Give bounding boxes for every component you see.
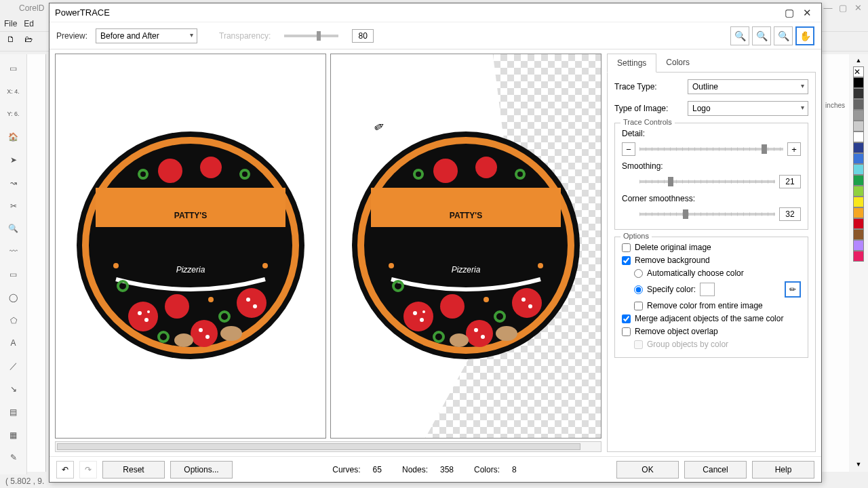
swatch-black[interactable] (853, 77, 864, 88)
specify-color-radio[interactable]: Specify color: (634, 285, 696, 294)
swatch-orange[interactable] (853, 207, 864, 218)
detail-plus-button[interactable]: + (787, 142, 801, 156)
pick-tool-icon[interactable]: ▭ (6, 61, 21, 76)
svg-point-5 (128, 302, 158, 331)
svg-point-7 (144, 318, 149, 322)
new-doc-icon[interactable]: 🗋 (7, 35, 20, 48)
transparency-slider[interactable] (284, 35, 338, 37)
pan-hand-icon[interactable]: ✋ (795, 26, 814, 45)
corner-slider[interactable] (639, 213, 775, 216)
menu-edit[interactable]: Ed (24, 19, 34, 28)
preview-mode-combo[interactable]: Before and After (96, 28, 197, 43)
svg-text:PATTY'S: PATTY'S (174, 211, 207, 220)
swatch-dkgray[interactable] (853, 88, 864, 99)
eyedropper-tool-icon[interactable]: ✎ (6, 451, 21, 466)
effects-tool-icon[interactable]: ▤ (6, 405, 21, 420)
app-maximize-icon[interactable]: ▢ (837, 1, 849, 14)
svg-point-37 (466, 320, 493, 347)
reset-button[interactable]: Reset (102, 461, 165, 479)
zoom-fit-icon[interactable]: 🔍 (774, 26, 793, 45)
powertrace-dialog: PowerTRACE ▢ ✕ Preview: Before and After… (49, 3, 822, 483)
palette-up-icon[interactable]: ▲ (856, 57, 862, 64)
preview-after-pane[interactable]: ✏ PATTY'S Pizzeria (330, 54, 601, 439)
settings-panel: Settings Colors Trace Type: Outline Type… (607, 54, 816, 452)
swatch-pink[interactable] (853, 251, 864, 262)
auto-color-radio[interactable]: Automatically choose color (634, 268, 801, 278)
connector-tool-icon[interactable]: ↘ (6, 382, 21, 396)
svg-text:PATTY'S: PATTY'S (450, 211, 482, 220)
swatch-brown[interactable] (853, 229, 864, 240)
smoothing-value[interactable]: 21 (779, 175, 801, 188)
preview-scrollbar[interactable] (55, 441, 601, 452)
merge-adjacent-checkbox[interactable]: Merge adjacent objects of the same color (622, 314, 801, 323)
swatch-blue[interactable] (853, 153, 864, 164)
cancel-button[interactable]: Cancel (684, 461, 747, 479)
undo-button[interactable]: ↶ (56, 461, 74, 479)
ellipse-tool-icon[interactable]: ◯ (6, 290, 21, 305)
zoom-out-icon[interactable]: 🔍 (752, 26, 771, 45)
palette-down-icon[interactable]: ▼ (856, 461, 862, 468)
swatch-none[interactable]: ✕ (853, 66, 864, 77)
swatch-ltgray2[interactable] (853, 121, 864, 131)
dialog-toolbar: Preview: Before and After Transparency: … (50, 22, 821, 49)
dialog-maximize-icon[interactable]: ▢ (781, 5, 798, 20)
swatch-gray[interactable] (853, 99, 864, 110)
rectangle-tool-icon[interactable]: ▭ (6, 267, 21, 282)
open-doc-icon[interactable]: 🗁 (24, 35, 38, 48)
zoom-in-icon[interactable]: 🔍 (730, 26, 749, 45)
help-button[interactable]: Help (752, 461, 814, 479)
logo-after: PATTY'S Pizzeria (351, 130, 581, 363)
remove-overlap-checkbox[interactable]: Remove object overlap (622, 327, 801, 336)
nodes-label: Nodes: (402, 465, 428, 474)
arrow-tool-icon[interactable]: ➤ (6, 152, 21, 167)
dialog-titlebar[interactable]: PowerTRACE ▢ ✕ (50, 3, 821, 22)
swatch-cyan[interactable] (853, 164, 864, 175)
options-legend: Options (620, 232, 652, 240)
app-close-icon[interactable]: ✕ (852, 1, 864, 14)
corner-value[interactable]: 32 (779, 207, 801, 221)
image-type-combo[interactable]: Logo (688, 101, 808, 116)
smoothing-slider[interactable] (639, 180, 775, 183)
transparency-value[interactable]: 80 (352, 29, 374, 43)
svg-point-42 (528, 304, 532, 308)
remove-background-checkbox[interactable]: Remove background (622, 256, 801, 265)
svg-point-49 (389, 263, 394, 268)
swatch-yellow[interactable] (853, 197, 864, 207)
eyedropper-button[interactable]: ✏ (785, 281, 801, 298)
color-palette[interactable]: ▲ ✕ ▼ (849, 54, 868, 472)
detail-slider[interactable] (639, 148, 783, 150)
logo-before: PATTY'S Pizzeria (75, 130, 306, 363)
crop-tool-icon[interactable]: ✂ (6, 199, 21, 214)
detail-minus-button[interactable]: − (622, 142, 635, 156)
remove-color-entire-checkbox[interactable]: Remove color from entire image (634, 301, 801, 310)
swatch-ltgray1[interactable] (853, 110, 864, 121)
home-icon[interactable]: 🏠 (6, 129, 21, 144)
preview-before-pane[interactable]: PATTY'S Pizzeria (55, 54, 326, 439)
transparency-tool-icon[interactable]: ▦ (6, 428, 21, 443)
freehand-tool-icon[interactable]: 〰 (6, 244, 21, 259)
tab-colors[interactable]: Colors (656, 54, 699, 72)
trace-type-combo[interactable]: Outline (688, 79, 808, 94)
zoom-tool-icon[interactable]: 🔍 (6, 222, 21, 237)
swatch-green[interactable] (853, 175, 864, 186)
swatch-violet[interactable] (853, 240, 864, 251)
svg-point-34 (413, 311, 417, 315)
svg-point-43 (440, 294, 465, 319)
specify-color-swatch[interactable] (700, 283, 715, 296)
swatch-white[interactable] (853, 131, 864, 142)
swatch-red[interactable] (853, 218, 864, 229)
text-tool-icon[interactable]: A (6, 336, 21, 351)
app-minimize-icon[interactable]: — (822, 1, 834, 14)
delete-original-checkbox[interactable]: Delete original image (622, 243, 801, 252)
polygon-tool-icon[interactable]: ⬠ (6, 313, 21, 328)
swatch-lime[interactable] (853, 186, 864, 197)
options-button[interactable]: Options... (170, 461, 233, 479)
menu-file[interactable]: File (4, 19, 17, 28)
svg-point-23 (208, 297, 214, 302)
shape-tool-icon[interactable]: ↝ (6, 176, 21, 190)
tab-settings[interactable]: Settings (607, 54, 656, 73)
dialog-close-icon[interactable]: ✕ (798, 5, 816, 20)
ok-button[interactable]: OK (616, 461, 679, 479)
swatch-navy[interactable] (853, 142, 864, 153)
line-tool-icon[interactable]: ／ (6, 359, 21, 373)
